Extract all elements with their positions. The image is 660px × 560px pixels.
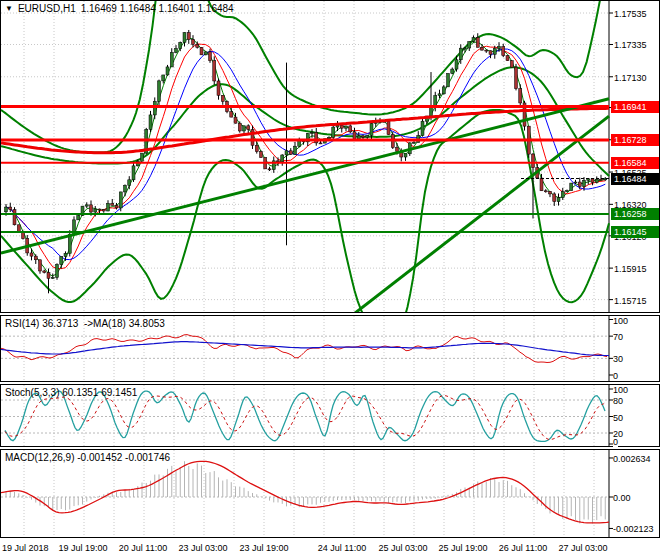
price-axis-label: 1.17535	[614, 9, 647, 19]
price-axis-label: 1.17335	[614, 40, 647, 50]
indicator-axis-label: 0	[613, 371, 618, 381]
time-axis-label: 19 Jul 2018	[2, 543, 49, 553]
macd-panel[interactable]: MACD(12,26,9) -0.001452 -0.001746 0.0026…	[0, 449, 660, 538]
time-axis-label: 25 Jul 19:00	[438, 543, 487, 553]
indicator-axis-label: 0.00	[613, 493, 631, 503]
price-axis-label: 1.17130	[614, 73, 647, 83]
chart-title: ▼ EURUSD,H1 1.16469 1.16484 1.16401 1.16…	[5, 3, 234, 14]
price-level-badge: 1.16728	[611, 134, 659, 146]
rsi-label: RSI(14) 36.3713 ->MA(18) 34.8053	[5, 318, 165, 329]
price-level-badge: 1.16258	[611, 208, 659, 220]
time-axis-label: 27 Jul 03:00	[558, 543, 607, 553]
indicator-axis-label: 30	[613, 354, 623, 364]
time-axis: 19 Jul 201819 Jul 19:0020 Jul 11:0023 Ju…	[0, 539, 660, 560]
main-chart-panel[interactable]: ▼ EURUSD,H1 1.16469 1.16484 1.16401 1.16…	[0, 0, 660, 313]
indicator-axis-label: 80	[613, 396, 623, 406]
time-axis-label: 23 Jul 03:00	[178, 543, 227, 553]
indicator-axis-label: 70	[613, 332, 623, 342]
chart-symbol: EURUSD,H1	[18, 3, 76, 14]
price-level-badge: 1.16584	[611, 157, 659, 169]
indicator-axis-label: 0.002634	[613, 454, 651, 464]
price-axis-label: 1.15715	[614, 296, 647, 306]
time-axis-label: 26 Jul 11:00	[499, 543, 547, 553]
time-axis-label: 19 Jul 19:00	[58, 543, 107, 553]
stochastic-panel[interactable]: Stoch(5,3,3) 60.1351 69.1451 1008050200	[0, 384, 660, 447]
stochastic-label: Stoch(5,3,3) 60.1351 69.1451	[5, 387, 137, 398]
time-axis-label: 24 Jul 11:00	[318, 543, 366, 553]
chart-dropdown-icon[interactable]: ▼	[5, 4, 13, 14]
indicator-axis-label: 0	[613, 437, 618, 447]
chart-ohlc: 1.16469 1.16484 1.16401 1.16484	[81, 3, 234, 14]
macd-label: MACD(12,26,9) -0.001452 -0.001746	[5, 452, 170, 463]
time-axis-label: 23 Jul 19:00	[239, 543, 288, 553]
indicator-axis-label: 100	[613, 316, 628, 326]
price-level-badge: 1.16484	[611, 173, 659, 185]
macd-histogram	[6, 461, 605, 523]
indicator-axis-label: 50	[613, 413, 623, 423]
rsi-panel[interactable]: RSI(14) 36.3713 ->MA(18) 34.8053 1007030…	[0, 315, 660, 382]
chart-window: ▼ EURUSD,H1 1.16469 1.16484 1.16401 1.16…	[0, 0, 660, 560]
time-axis-label: 20 Jul 11:00	[119, 543, 167, 553]
indicator-axis-label: -0.002123	[613, 524, 654, 534]
price-axis-label: 1.15915	[614, 264, 647, 274]
price-level-badge: 1.16941	[611, 101, 659, 113]
time-axis-label: 25 Jul 03:00	[378, 543, 427, 553]
price-level-badge: 1.16145	[611, 226, 659, 238]
indicator-axis-label: 100	[613, 385, 628, 395]
